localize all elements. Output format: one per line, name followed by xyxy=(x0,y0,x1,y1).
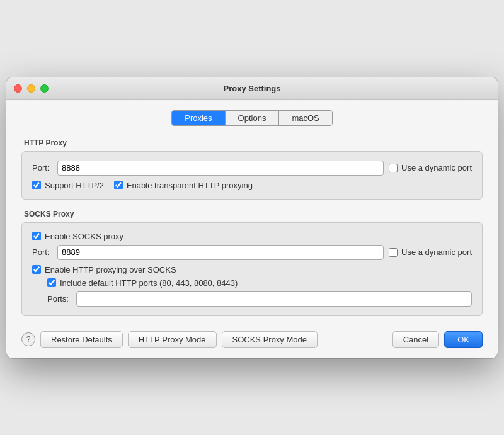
tab-macos[interactable]: macOS xyxy=(279,111,331,125)
http-proxy-section-label: HTTP Proxy xyxy=(24,138,483,147)
http-transparent-checkbox[interactable] xyxy=(114,181,123,189)
cancel-button[interactable]: Cancel xyxy=(392,331,439,348)
socks-proxy-mode-button[interactable]: SOCKS Proxy Mode xyxy=(222,331,318,348)
maximize-button[interactable] xyxy=(40,84,49,93)
close-button[interactable] xyxy=(14,84,22,93)
titlebar: Proxy Settings xyxy=(6,77,498,100)
socks-port-label: Port: xyxy=(32,247,52,257)
restore-defaults-button[interactable]: Restore Defaults xyxy=(40,331,123,348)
bottom-actions: ? Restore Defaults HTTP Proxy Mode SOCKS… xyxy=(6,326,498,358)
http-proxy-mode-button[interactable]: HTTP Proxy Mode xyxy=(128,331,217,348)
http-dynamic-port-label[interactable]: Use a dynamic port xyxy=(389,163,472,172)
socks-port-input[interactable] xyxy=(57,245,384,260)
socks-dynamic-port-label[interactable]: Use a dynamic port xyxy=(389,247,472,257)
window-title: Proxy Settings xyxy=(223,84,280,93)
socks-ports-row: Ports: xyxy=(47,291,472,307)
tab-options[interactable]: Options xyxy=(226,111,280,125)
socks-http-over-socks-checkbox[interactable] xyxy=(32,265,41,274)
tab-proxies[interactable]: Proxies xyxy=(172,111,225,125)
socks-ports-input[interactable] xyxy=(76,291,472,307)
socks-enable-checkbox[interactable] xyxy=(32,232,41,240)
socks-proxy-section-label: SOCKS Proxy xyxy=(24,210,483,218)
ok-button[interactable]: OK xyxy=(444,331,483,348)
http-dynamic-port-checkbox[interactable] xyxy=(389,164,398,172)
minimize-button[interactable] xyxy=(27,84,35,93)
bottom-right-buttons: Cancel OK xyxy=(392,331,483,348)
socks-http-over-socks-row: Enable HTTP proxying over SOCKS xyxy=(32,265,472,274)
http-support-http2-row: Support HTTP/2 Enable transparent HTTP p… xyxy=(32,181,472,190)
socks-dynamic-port-checkbox[interactable] xyxy=(389,248,398,257)
traffic-lights xyxy=(14,84,49,93)
socks-proxy-section: Enable SOCKS proxy Port: Use a dynamic p… xyxy=(21,222,483,316)
http-port-input[interactable] xyxy=(57,161,384,176)
socks-default-ports-checkbox[interactable] xyxy=(47,278,56,287)
help-button[interactable]: ? xyxy=(21,332,35,346)
socks-default-ports-row: Include default HTTP ports (80, 443, 808… xyxy=(47,278,472,288)
bottom-left-buttons: ? Restore Defaults HTTP Proxy Mode SOCKS… xyxy=(21,331,318,348)
tab-bar: Proxies Options macOS xyxy=(21,110,483,126)
proxy-settings-window: Proxy Settings Proxies Options macOS HTT… xyxy=(6,77,498,358)
http-port-row: Port: Use a dynamic port xyxy=(32,161,472,176)
http-support-http2-checkbox[interactable] xyxy=(32,181,41,189)
socks-enable-row: Enable SOCKS proxy xyxy=(32,232,472,241)
http-proxy-section: Port: Use a dynamic port Support HTTP/2 … xyxy=(21,151,483,200)
tab-group: Proxies Options macOS xyxy=(171,110,333,126)
http-port-label: Port: xyxy=(32,163,52,172)
socks-ports-label: Ports: xyxy=(47,294,71,303)
socks-port-row: Port: Use a dynamic port xyxy=(32,245,472,260)
